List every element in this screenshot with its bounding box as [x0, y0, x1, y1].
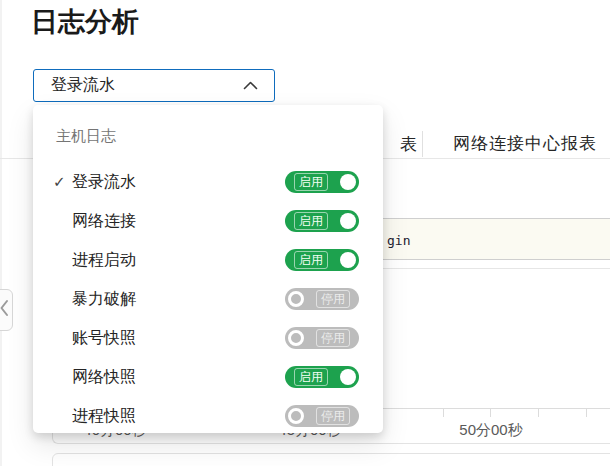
menu-section-header: 主机日志	[56, 127, 116, 146]
toggle-account-snapshot[interactable]: 停用	[285, 327, 359, 349]
axis-label: 50分00秒	[459, 421, 522, 440]
axis-tick	[490, 408, 491, 417]
toggle-knob	[340, 252, 356, 268]
toggle-state-label: 停用	[316, 407, 350, 425]
tab-partial[interactable]: 表	[400, 133, 417, 156]
toggle-state-label: 停用	[316, 329, 350, 347]
menu-item-brute-force[interactable]: 暴力破解 停用	[33, 279, 383, 318]
toggle-state-label: 启用	[294, 368, 328, 386]
chevron-up-icon	[243, 81, 258, 90]
page-title: 日志分析	[31, 4, 139, 40]
toggle-network-connection[interactable]: 启用	[285, 210, 359, 232]
menu-item-process-snapshot[interactable]: 进程快照 停用	[33, 396, 383, 435]
toggle-knob	[288, 330, 304, 346]
dropdown-selected-value: 登录流水	[51, 75, 243, 96]
menu-item-network-snapshot[interactable]: 网络快照 启用	[33, 357, 383, 396]
menu-item-label: 登录流水	[72, 171, 136, 192]
toggle-state-label: 启用	[294, 173, 328, 191]
menu-item-label: 进程启动	[72, 249, 136, 270]
chevron-left-icon	[0, 296, 10, 324]
next-card	[52, 453, 610, 466]
toggle-knob	[288, 291, 304, 307]
toggle-login-records[interactable]: 启用	[285, 171, 359, 193]
toggle-state-label: 停用	[316, 290, 350, 308]
log-type-menu: 主机日志 ✓ 登录流水 启用 网络连接 启用 进程启动 启用 暴力破解	[33, 105, 383, 433]
toggle-state-label: 启用	[294, 251, 328, 269]
tab-divider	[422, 131, 423, 157]
toggle-brute-force[interactable]: 停用	[285, 288, 359, 310]
menu-item-label: 进程快照	[72, 405, 136, 426]
menu-item-account-snapshot[interactable]: 账号快照 停用	[33, 318, 383, 357]
toggle-knob	[340, 213, 356, 229]
toggle-process-start[interactable]: 启用	[285, 249, 359, 271]
toggle-knob	[340, 174, 356, 190]
menu-item-network-connection[interactable]: 网络连接 启用	[33, 201, 383, 240]
menu-item-label: 暴力破解	[72, 288, 136, 309]
axis-tick	[443, 408, 444, 417]
toggle-state-label: 启用	[294, 212, 328, 230]
tab-network-connection-center-report[interactable]: 网络连接中心报表	[453, 132, 597, 155]
sidebar-collapse-handle[interactable]	[0, 289, 13, 331]
log-analysis-screen: 表 网络连接中心报表 gin 40分00秒 45分00秒 50分00秒 日志分析…	[0, 0, 610, 466]
toggle-knob	[288, 408, 304, 424]
toggle-process-snapshot[interactable]: 停用	[285, 405, 359, 427]
check-icon: ✓	[53, 173, 66, 191]
query-text: gin	[387, 233, 410, 248]
axis-tick	[538, 408, 539, 417]
toggle-network-snapshot[interactable]: 启用	[285, 366, 359, 388]
menu-item-label: 网络连接	[72, 210, 136, 231]
toggle-knob	[340, 369, 356, 385]
log-type-dropdown[interactable]: 登录流水	[33, 69, 275, 102]
axis-tick	[586, 408, 587, 417]
menu-item-label: 网络快照	[72, 366, 136, 387]
menu-item-login-records[interactable]: ✓ 登录流水 启用	[33, 162, 383, 201]
menu-item-process-start[interactable]: 进程启动 启用	[33, 240, 383, 279]
menu-item-label: 账号快照	[72, 327, 136, 348]
